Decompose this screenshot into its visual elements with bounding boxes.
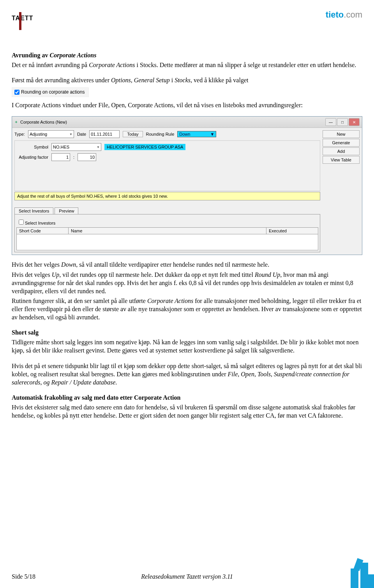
select-investors-label: Select Investors: [25, 221, 55, 225]
tieto-text: tieto: [326, 10, 344, 19]
col-name: Name: [69, 228, 266, 234]
rounding-checkbox-image: Rounding on corporate actions: [12, 87, 89, 97]
tieto-logo: tieto.com: [326, 10, 362, 20]
rounding-checkbox-label: Rounding on corporate actions: [21, 89, 85, 95]
colon-sep: :: [73, 155, 74, 159]
para-frakobling: Hvis det eksisterer salg med dato senere…: [12, 403, 362, 420]
view-table-button[interactable]: View Table: [323, 156, 360, 164]
add-button[interactable]: Add: [323, 147, 360, 155]
col-executed: Executed: [266, 228, 318, 234]
para-short-1: Tidligere måtte short salg legges inn so…: [12, 338, 362, 354]
window-icon: ✦: [14, 120, 18, 125]
section-frakobling: Automatisk frakobling av salg med dato e…: [12, 393, 362, 420]
minimize-button[interactable]: —: [325, 118, 336, 126]
window-titlebar: ✦ Corporate Actions (New) — □ ✕: [12, 117, 362, 128]
tieto-com: .com: [344, 10, 362, 19]
section-short-salg-2: Hvis det på et senere tidspunkt blir lag…: [12, 362, 362, 386]
heading-1: Avrunding av Corporate Actions: [12, 51, 362, 59]
para-3: I Corporate Actions vinduet under File, …: [12, 101, 362, 109]
window-title: Corporate Actions (New): [20, 120, 67, 124]
heading-1-italic: Corporate Actions: [50, 52, 97, 58]
section-down-up: Hvis det her velges Down, så vil antall …: [12, 260, 362, 321]
new-button[interactable]: New: [323, 130, 360, 138]
svg-rect-0: [351, 569, 358, 588]
para-1: Det er nå innført avrunding på Corporate…: [12, 61, 362, 69]
chevron-down-icon: ▼: [95, 145, 100, 149]
today-button[interactable]: Today: [123, 131, 143, 137]
close-button[interactable]: ✕: [349, 118, 360, 126]
details-panel: Symbol NO.HES▼ HELICOPTER SERVICES GROUP…: [14, 140, 320, 191]
section-options: Først må det avrunding aktiveres under O…: [12, 76, 362, 109]
corner-decoration-icon: [327, 541, 374, 588]
tab-select-investors[interactable]: Select Investors: [14, 207, 53, 214]
rounding-rule-label: Rounding Rule: [146, 132, 175, 136]
window-main: Type: Adjusting▼ Date Today Rounding Rul…: [14, 130, 320, 252]
type-combo[interactable]: Adjusting▼: [28, 130, 74, 138]
corporate-actions-window: ✦ Corporate Actions (New) — □ ✕ Type: Ad…: [12, 116, 362, 255]
heading-frakobling: Automatisk frakobling av salg med dato e…: [12, 393, 362, 402]
footer-page-number: Side 5/18: [12, 573, 35, 580]
tabs: Select Investors Preview: [14, 207, 320, 214]
symbol-label: Symbol: [17, 145, 48, 149]
para-short-2: Hvis det på et senere tidspunkt blir lag…: [12, 362, 362, 386]
tab-preview[interactable]: Preview: [55, 207, 78, 214]
logo-text-b: ETT: [20, 15, 33, 21]
section-avrunding: Avrunding av Corporate Actions Det er nå…: [12, 51, 362, 69]
adjusting-factor-b[interactable]: [78, 153, 96, 161]
maximize-button[interactable]: □: [337, 118, 348, 126]
section-short-salg: Short salg Tidligere måtte short salg le…: [12, 328, 362, 354]
chevron-down-icon: ▼: [68, 133, 72, 136]
svg-rect-2: [366, 574, 374, 588]
message-bar: Adjust the rest of all buys of Symbol NO…: [14, 192, 320, 200]
page-header: TAETT tieto.com: [12, 10, 362, 28]
generate-button[interactable]: Generate: [323, 139, 360, 147]
rounding-checkbox[interactable]: [14, 90, 19, 95]
col-short-code: Short Code: [17, 228, 69, 234]
footer-doc-title: Releasedokument Tazett versjon 3.11: [141, 573, 233, 580]
company-name: HELICOPTER SERVICES GROUP ASA: [104, 144, 185, 150]
adjusting-factor-label: Adjusting factor: [17, 155, 48, 159]
select-investors-checkbox[interactable]: [19, 220, 24, 225]
adjusting-factor-a[interactable]: [51, 153, 70, 161]
select-investors-row: Select Investors: [17, 218, 318, 226]
tazett-logo: TAETT: [12, 10, 33, 28]
date-label: Date: [77, 132, 86, 136]
heading-short-salg: Short salg: [12, 328, 362, 337]
grid-body[interactable]: [16, 234, 318, 250]
date-input[interactable]: [89, 130, 120, 138]
logo-bar-icon: [19, 12, 21, 30]
rounding-rule-combo[interactable]: Down▼: [177, 131, 216, 137]
para-down: Hvis det her velges Down, så vil antall …: [12, 260, 362, 269]
para-rutine: Rutinen fungerer slik, at den ser samlet…: [12, 297, 362, 321]
window-side-buttons: New Generate Add View Table: [323, 130, 360, 252]
symbol-combo[interactable]: NO.HES▼: [51, 143, 101, 151]
para-2: Først må det avrunding aktiveres under O…: [12, 76, 362, 84]
grid-header: Short Code Name Executed: [16, 227, 318, 234]
page-footer: Side 5/18 Releasedokument Tazett versjon…: [12, 573, 362, 580]
type-label: Type:: [14, 132, 25, 136]
para-up: Hvis det velges Up, vil det rundes opp t…: [12, 271, 362, 295]
heading-1-text: Avrunding av: [12, 52, 50, 58]
chevron-down-icon: ▼: [210, 132, 214, 136]
